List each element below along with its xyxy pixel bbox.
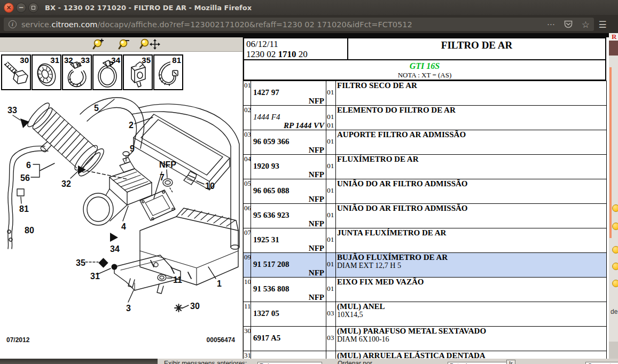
part-reference-cell: 1444 F4RP 1444 VV [251, 106, 326, 130]
diagram-callout-32[interactable]: 32 [61, 179, 71, 189]
diagram-callout-81[interactable]: 81 [19, 204, 29, 214]
item-number: 30 [244, 327, 251, 351]
url-field[interactable]: i service.citroen.com/docapv/affiche.do?… [4, 18, 594, 31]
part-description: UNIÃO DO AR FILTRO ADMISSÃO [336, 179, 606, 188]
part-reference-note: RP 1444 VV [251, 122, 326, 130]
diagram-callout-4[interactable]: 4 [121, 222, 126, 232]
diagram-callout-5[interactable]: 5 [94, 104, 99, 113]
catalog-reference: 06/12/11 1230 02 1710 20 [244, 38, 348, 59]
diagram-callout-30[interactable]: 30 [190, 302, 200, 311]
item-number: 11 [244, 302, 251, 327]
table-row-07[interactable]: 071925 31NFP01JUNTA FLUXÍMETRO DE AR [244, 228, 607, 253]
item-number: 01 [244, 81, 251, 106]
washer-icon [33, 59, 60, 90]
part-box-34[interactable]: 34 [92, 54, 122, 90]
item-number: 05 [244, 179, 251, 204]
item-number: 07 [244, 228, 251, 253]
quantity: 03 [327, 334, 335, 342]
diagram-callout-34[interactable]: 34 [110, 244, 120, 254]
description-cell: FILTRO SECO DE AR [336, 81, 607, 106]
background-text-fragment: R [609, 33, 618, 41]
item-number: 09 [244, 253, 251, 278]
diagram-callout-80[interactable]: 80 [25, 226, 34, 235]
description-cell: FLUXÍMETRO DE AR [336, 155, 607, 179]
hamburger-menu-icon[interactable]: ☰ [594, 18, 611, 31]
zoom-in-button[interactable] [90, 38, 108, 51]
diagram-date: 07/2012 [6, 336, 29, 344]
table-row-03[interactable]: 0396 059 366NFP01AUPORTE FILTRO AR ADMIS… [244, 130, 607, 155]
forum-go-button[interactable]: Ir [506, 360, 515, 364]
background-window-right-sliver: R de [609, 33, 618, 359]
zoom-pan-button[interactable] [139, 38, 161, 51]
diagram-callout-6[interactable]: 6 [26, 161, 31, 170]
part-description-detail: 10X14,5 [336, 311, 606, 319]
diagram-callout-2[interactable]: 2 [129, 121, 134, 130]
diagram-callout-7[interactable]: 7 [160, 173, 165, 183]
part-box-32-33[interactable]: 32 33 [62, 54, 92, 90]
table-row-01[interactable]: 011427 97NFP01FILTRO SECO DE AR [244, 81, 607, 106]
maximize-icon [32, 6, 35, 10]
diagram-callout-3[interactable]: 3 [126, 304, 131, 313]
part-reference-cell: 1925 31NFP [251, 228, 326, 253]
diagram-callout-35[interactable]: 35 [76, 258, 85, 268]
table-row-10[interactable]: 1091 536 808NFP01EIXO FIX MED VAZÃO [244, 278, 607, 302]
part-reference: 1427 97 [251, 89, 326, 97]
item-number: 31 [244, 351, 251, 359]
emoji-icon [612, 204, 618, 212]
page-actions-icon[interactable]: ⋯ [547, 20, 555, 29]
quantity: 01 [327, 236, 335, 243]
diagram-callout-10[interactable]: 10 [205, 181, 215, 191]
forum-prev-label: Exibir mensagens anteriores: [164, 360, 247, 364]
description-cell: UNIÃO DO AR FILTRO ADMISSÃO [336, 204, 607, 228]
parts-list-pane: 06/12/11 1230 02 1710 20 FILTRO DE AR GT… [243, 37, 606, 359]
part-description: (MUL) PARAFUSO METAL SEXTAVADO [336, 327, 606, 335]
table-row-06[interactable]: 0695 636 923NFP01UNIÃO DO AR FILTRO ADMI… [244, 204, 607, 228]
part-reference: 1444 F4 [251, 113, 326, 121]
part-reference-cell: 1427 97NFP [251, 81, 326, 106]
background-text-fragment: de [611, 308, 617, 315]
part-reference-note: NFP [251, 171, 326, 179]
diagram-callout-31[interactable]: 31 [90, 272, 100, 281]
zoom-out-button[interactable] [115, 38, 134, 51]
bookmark-star-icon[interactable]: ☆ [582, 19, 590, 30]
emoji-icon [612, 280, 618, 287]
window-minimize-button[interactable]: − [16, 3, 26, 13]
description-cell: (MUL) ARRUELA ELÁSTICA DENTADA [336, 351, 607, 359]
diagram-callout-33[interactable]: 33 [7, 106, 17, 115]
diagram-callout-NFP[interactable]: NFP [159, 160, 176, 170]
part-reference-cell: 91 536 808NFP [251, 278, 326, 302]
part-description: BUJÃO FLUXÍMETRO DE AR [336, 253, 606, 262]
diagram-callout-11[interactable]: 11 [173, 275, 182, 285]
window-close-button[interactable]: × [4, 3, 14, 13]
part-box-31[interactable]: 31 [32, 54, 61, 90]
diagram-callout-9[interactable]: 9 [130, 144, 135, 154]
part-box-35[interactable]: 35 [123, 54, 153, 90]
table-row-31[interactable]: 31(MUL) ARRUELA ELÁSTICA DENTADA [244, 351, 607, 359]
background-header-block [609, 41, 618, 56]
table-row-09[interactable]: 0991 517 208NFP01BUJÃO FLUXÍMETRO DE ARD… [244, 253, 607, 278]
table-row-11[interactable]: 111327 0503(MUL) ANEL10X14,5 [244, 302, 607, 327]
pocket-icon[interactable] [564, 20, 573, 29]
part-description-detail: DIAM EXT 12,7 H 5 [336, 262, 606, 270]
table-row-02[interactable]: 021444 F4RP 1444 VV0101ELEMENTO DO FILTR… [244, 106, 607, 130]
table-row-30[interactable]: 306917 A503(MUL) PARAFUSO METAL SEXTAVAD… [244, 327, 607, 351]
part-reference: 95 636 923 [251, 211, 326, 219]
forum-field-select[interactable]: Data de mensagem [448, 362, 508, 364]
part-reference: 1920 93 [251, 162, 326, 170]
part-box-81[interactable]: 81 [153, 54, 183, 90]
window-maximize-button[interactable] [28, 3, 38, 13]
description-cell: EIXO FIX MED VAZÃO [336, 278, 607, 302]
catalog-header: 06/12/11 1230 02 1710 20 FILTRO DE AR [243, 37, 606, 60]
browser-navbar: i service.citroen.com/docapv/affiche.do?… [0, 15, 618, 33]
forum-direction-select[interactable]: Crescente [585, 362, 618, 364]
part-box-30[interactable]: 30 [1, 54, 31, 90]
catalog-date: 06/12/11 [246, 39, 347, 49]
table-row-05[interactable]: 0596 065 088NFP01UNIÃO DO AR FILTRO ADMI… [244, 179, 607, 204]
diagram-callout-56[interactable]: 56 [20, 173, 30, 183]
site-info-icon[interactable]: i [9, 20, 17, 28]
diagram-callout-1[interactable]: 1 [217, 279, 222, 289]
quantity-cell: 01 [326, 81, 336, 106]
forum-messages-select[interactable]: Todas as mensagens [257, 362, 322, 364]
part-reference-cell: 6917 A5 [251, 327, 326, 351]
table-row-04[interactable]: 041920 93NFP01FLUXÍMETRO DE AR [244, 155, 607, 179]
